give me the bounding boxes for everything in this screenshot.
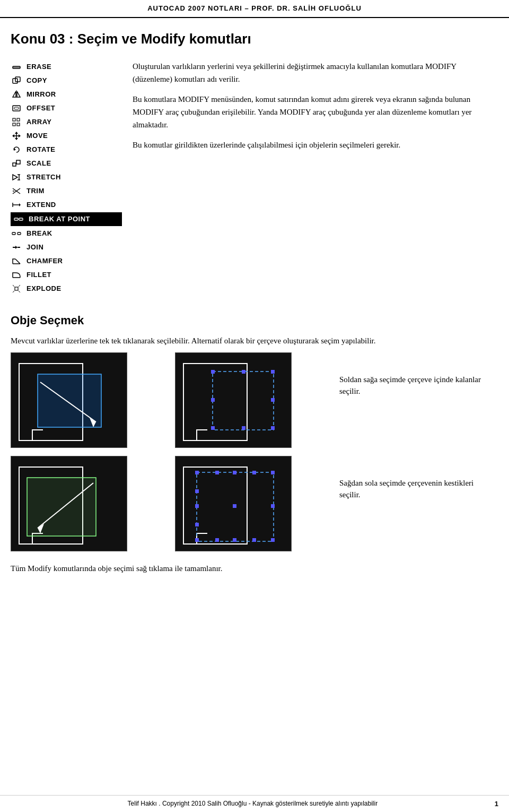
cad-image-right-2 bbox=[175, 456, 292, 551]
break-at-point-label: BREAK AT POINT bbox=[29, 214, 90, 224]
svg-rect-75 bbox=[195, 504, 199, 508]
svg-rect-20 bbox=[13, 163, 16, 166]
caption-2: Sağdan sola seçimde çerçevenin kestikler… bbox=[339, 456, 493, 501]
svg-rect-12 bbox=[17, 123, 20, 126]
image-block-left-1 bbox=[11, 352, 164, 448]
intro-paragraph3: Bu komutlar girildikten üzerlerinde çalı… bbox=[133, 139, 493, 151]
erase-label: ERASE bbox=[27, 62, 51, 72]
svg-marker-23 bbox=[13, 175, 17, 180]
sidebar-item-extend: EXTEND bbox=[11, 198, 122, 212]
move-icon bbox=[11, 130, 22, 142]
sidebar-item-stretch: STRETCH bbox=[11, 170, 122, 184]
move-label: MOVE bbox=[27, 131, 48, 141]
sidebar-item-array: ARRAY bbox=[11, 115, 122, 129]
svg-line-45 bbox=[13, 285, 14, 287]
svg-rect-61 bbox=[211, 398, 215, 402]
sidebar-item-mirror: MIRROR bbox=[11, 88, 122, 101]
page-title: Konu 03 : Seçim ve Modify komutları bbox=[11, 29, 493, 49]
copy-icon bbox=[11, 75, 22, 87]
trim-icon bbox=[11, 185, 22, 197]
svg-rect-71 bbox=[195, 538, 199, 542]
svg-rect-34 bbox=[19, 218, 23, 220]
intro-paragraph2: Bu komutlara MODIFY menüsünden, komut sa… bbox=[133, 93, 493, 131]
top-section: ERASE COPY bbox=[11, 60, 493, 296]
svg-rect-44 bbox=[15, 287, 18, 290]
svg-marker-16 bbox=[19, 134, 21, 137]
rotate-icon bbox=[11, 144, 22, 156]
images-row-1: Soldan sağa seçimde çerçeve içinde kalan… bbox=[11, 352, 493, 448]
obje-bottom-text: Tüm Modify komutlarında obje seçimi sağ … bbox=[11, 562, 493, 575]
join-label: JOIN bbox=[27, 242, 43, 253]
caption-1: Soldan sağa seçimde çerçeve içinde kalan… bbox=[339, 352, 493, 398]
svg-rect-72 bbox=[271, 538, 275, 542]
svg-rect-9 bbox=[13, 118, 15, 121]
svg-line-47 bbox=[13, 291, 14, 292]
svg-rect-58 bbox=[271, 426, 275, 430]
sidebar-item-offset: OFFSET bbox=[11, 101, 122, 115]
mirror-label: MIRROR bbox=[27, 89, 56, 100]
scale-label: SCALE bbox=[27, 158, 51, 169]
sidebar-item-scale: SCALE bbox=[11, 157, 122, 170]
images-row-2: Sağdan sola seçimde çerçevenin kestikler… bbox=[11, 456, 493, 551]
sidebar-item-erase: ERASE bbox=[11, 60, 122, 74]
chamfer-label: CHAMFER bbox=[27, 256, 63, 266]
svg-rect-57 bbox=[211, 426, 215, 430]
fillet-label: FILLET bbox=[27, 270, 51, 280]
stretch-label: STRETCH bbox=[27, 172, 61, 183]
trim-label: TRIM bbox=[27, 186, 45, 196]
rotate-label: ROTATE bbox=[27, 144, 56, 155]
svg-marker-19 bbox=[14, 148, 16, 151]
caption-text-2: Sağdan sola seçimde çerçevenin kestikler… bbox=[339, 479, 473, 499]
svg-rect-73 bbox=[233, 471, 236, 474]
svg-rect-7 bbox=[13, 106, 20, 111]
svg-rect-10 bbox=[17, 118, 20, 121]
copy-label: COPY bbox=[27, 75, 47, 86]
svg-rect-54 bbox=[213, 372, 274, 430]
svg-line-46 bbox=[19, 285, 20, 287]
page-header: AUTOCAD 2007 NOTLARI – PROF. DR. SALİH O… bbox=[0, 0, 509, 18]
offset-icon bbox=[11, 102, 22, 114]
sidebar-item-break-at-point: BREAK AT POINT bbox=[11, 212, 122, 226]
break-at-point-icon bbox=[13, 213, 24, 225]
svg-rect-11 bbox=[13, 123, 15, 126]
svg-marker-13 bbox=[15, 132, 18, 134]
fillet-icon bbox=[11, 269, 22, 281]
footer-copyright: Telif Hakkı . Copyright 2010 Salih Ofluo… bbox=[11, 799, 495, 808]
header-title: AUTOCAD 2007 NOTLARI – PROF. DR. SALİH O… bbox=[147, 3, 362, 14]
svg-rect-67 bbox=[183, 467, 247, 544]
footer-page-number: 1 bbox=[495, 799, 498, 809]
right-content: Oluşturulan varlıkların yerlerini veya ş… bbox=[133, 60, 493, 296]
obje-section-text1: Mevcut varlıklar üzerlerine tek tek tıkl… bbox=[11, 334, 493, 347]
sidebar-item-rotate: ROTATE bbox=[11, 143, 122, 157]
svg-rect-59 bbox=[242, 370, 245, 374]
svg-rect-81 bbox=[252, 538, 256, 542]
svg-marker-14 bbox=[15, 138, 18, 140]
extend-icon bbox=[11, 199, 22, 211]
scale-icon bbox=[11, 158, 22, 169]
break-icon bbox=[11, 228, 22, 239]
mirror-icon bbox=[11, 89, 22, 100]
image-block-right-2 bbox=[175, 456, 329, 551]
svg-rect-77 bbox=[195, 489, 199, 493]
svg-line-48 bbox=[19, 291, 20, 292]
intro-paragraph1: Oluşturulan varlıkların yerlerini veya ş… bbox=[133, 60, 493, 85]
svg-marker-5 bbox=[17, 91, 20, 97]
svg-rect-8 bbox=[14, 107, 19, 109]
svg-rect-69 bbox=[195, 471, 199, 474]
svg-rect-62 bbox=[271, 398, 275, 402]
svg-rect-64 bbox=[27, 478, 96, 536]
cad-image-right-1 bbox=[175, 352, 292, 448]
erase-icon bbox=[11, 61, 22, 73]
chamfer-icon bbox=[11, 255, 22, 267]
stretch-icon bbox=[11, 171, 22, 183]
svg-rect-60 bbox=[242, 426, 245, 430]
sidebar-item-fillet: FILLET bbox=[11, 268, 122, 282]
svg-line-41 bbox=[15, 259, 20, 264]
svg-rect-36 bbox=[12, 232, 15, 235]
svg-rect-33 bbox=[14, 218, 18, 220]
cad-image-left-2 bbox=[11, 456, 127, 551]
svg-rect-56 bbox=[271, 370, 275, 374]
explode-label: EXPLODE bbox=[27, 283, 62, 294]
explode-icon bbox=[11, 283, 22, 295]
svg-rect-37 bbox=[17, 232, 21, 235]
